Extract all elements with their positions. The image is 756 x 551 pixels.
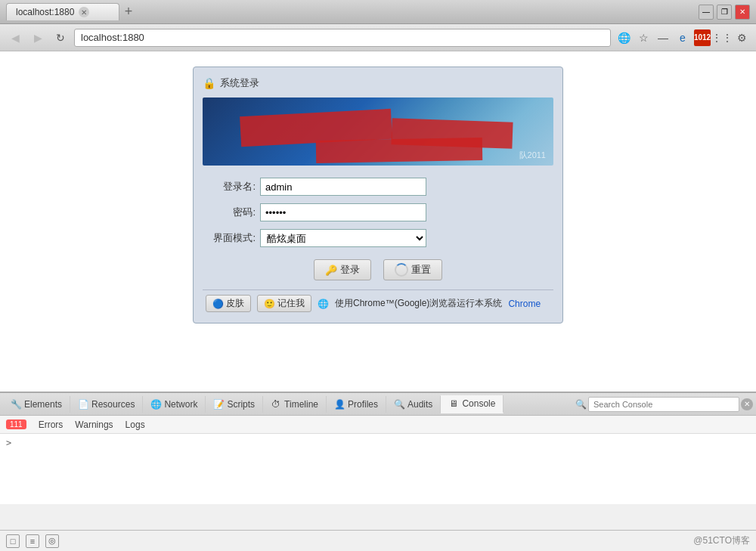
globe-icon[interactable]: 🌐 (615, 29, 632, 46)
tab-title: localhost:1880 (16, 7, 74, 17)
toolbar-icons: 🌐 ☆ — e 1012 ⋮⋮ ⚙ (615, 29, 750, 46)
subtab-logs[interactable]: Logs (119, 417, 151, 432)
timeline-icon: ⏱ (271, 399, 281, 410)
network-icon: 🌐 (150, 399, 161, 410)
window-controls: — ❐ ✕ (699, 5, 750, 20)
browser-tab[interactable]: localhost:1880 ✕ (6, 3, 119, 20)
devtools-panel: 🔧 Elements 📄 Resources 🌐 Network 📝 Scrip… (0, 392, 756, 521)
restore-button[interactable]: ❐ (717, 5, 732, 20)
chrome-description: 使用Chrome™(Google)浏览器运行本系统 (335, 297, 502, 310)
mode-label: 界面模式: (203, 231, 256, 245)
audits-icon: 🔍 (394, 399, 404, 410)
login-button[interactable]: 🔑 登录 (314, 259, 371, 280)
star-icon[interactable]: ☆ (635, 29, 652, 46)
username-row: 登录名: (203, 178, 553, 196)
lock-icon: 🔒 (203, 77, 215, 89)
ie-icon[interactable]: e (674, 29, 691, 46)
browser-titlebar: localhost:1880 ✕ + — ❐ ✕ (0, 0, 756, 24)
banner-redact-3 (316, 138, 482, 163)
url-display: localhost:1880 (81, 32, 144, 43)
skin-button[interactable]: 🔵 皮肤 (206, 295, 251, 312)
elements-icon: 🔧 (11, 399, 21, 410)
search-icon: 🔍 (575, 399, 587, 410)
bottom-row: 🔵 皮肤 🙂 记住我 🌐 使用Chrome™(Google)浏览器运行本系统 C… (203, 289, 553, 314)
console-prompt[interactable]: > (6, 438, 11, 448)
devtools-content: > (0, 434, 756, 504)
resources-icon: 📄 (78, 399, 88, 410)
tab-elements[interactable]: 🔧 Elements (3, 396, 70, 413)
tab-network[interactable]: 🌐 Network (143, 396, 206, 413)
forward-button[interactable]: ▶ (29, 29, 47, 47)
new-tab-button[interactable]: + (119, 3, 138, 21)
dialog-titlebar: 🔒 系统登录 (203, 76, 553, 90)
remember-button[interactable]: 🙂 记住我 (257, 295, 311, 312)
tab-resources[interactable]: 📄 Resources (70, 396, 143, 413)
console-icon: 🖥 (448, 398, 459, 409)
reset-button[interactable]: 重置 (383, 259, 442, 280)
close-button[interactable]: ✕ (735, 5, 750, 20)
browser-toolbar: ◀ ▶ ↻ localhost:1880 🌐 ☆ — e 1012 ⋮⋮ ⚙ (0, 24, 756, 51)
grid-icon[interactable]: ⋮⋮ (714, 29, 730, 46)
mode-row: 界面模式: 酷炫桌面 (203, 229, 553, 247)
password-row: 密码: (203, 203, 553, 221)
search-console-input[interactable] (588, 397, 739, 412)
devtools-tabs: 🔧 Elements 📄 Resources 🌐 Network 📝 Scrip… (0, 393, 756, 416)
tab-audits[interactable]: 🔍 Audits (386, 396, 441, 413)
login-dialog: 🔒 系统登录 队2011 登录名: 密码: 界面模式: 酷炫桌面 (193, 67, 563, 323)
dash-icon[interactable]: — (655, 29, 671, 46)
username-input[interactable] (260, 178, 426, 196)
mail-icon[interactable]: 1012 (694, 29, 711, 46)
tab-console[interactable]: 🖥 Console (441, 395, 503, 413)
chrome-link[interactable]: Chrome (508, 299, 541, 309)
refresh-button[interactable]: ↻ (51, 29, 70, 47)
subtab-errors[interactable]: Errors (33, 417, 70, 432)
username-label: 登录名: (203, 180, 256, 193)
search-console-area: 🔍 ✕ (575, 397, 753, 412)
tab-timeline[interactable]: ⏱ Timeline (263, 396, 327, 413)
profiles-icon: 👤 (334, 399, 345, 410)
remember-icon: 🙂 (264, 299, 275, 309)
tab-profiles[interactable]: 👤 Profiles (327, 396, 386, 413)
tab-scripts[interactable]: 📝 Scripts (206, 396, 263, 413)
tab-close-button[interactable]: ✕ (79, 7, 89, 17)
chrome-icon: 🌐 (318, 299, 329, 309)
skin-icon: 🔵 (212, 299, 224, 309)
password-label: 密码: (203, 206, 256, 219)
login-icon: 🔑 (325, 265, 337, 276)
dialog-title: 系统登录 (220, 76, 259, 90)
minimize-button[interactable]: — (699, 5, 714, 20)
back-button[interactable]: ◀ (6, 29, 24, 47)
devtools-subtabs: 111 Errors Warnings Logs (0, 416, 756, 434)
dialog-banner: 队2011 (203, 98, 553, 166)
error-badge: 111 (6, 419, 26, 429)
banner-year: 队2011 (519, 150, 546, 161)
spinner-icon (395, 263, 408, 277)
settings-icon[interactable]: ⚙ (733, 29, 750, 46)
password-input[interactable] (260, 203, 426, 221)
scripts-icon: 📝 (213, 399, 224, 410)
browser-content: 🔒 系统登录 队2011 登录名: 密码: 界面模式: 酷炫桌面 (0, 51, 756, 392)
subtab-warnings[interactable]: Warnings (69, 417, 119, 432)
mode-select[interactable]: 酷炫桌面 (260, 229, 426, 247)
search-clear-button[interactable]: ✕ (741, 398, 753, 410)
button-row: 🔑 登录 重置 (203, 259, 553, 280)
address-bar[interactable]: localhost:1880 (74, 29, 611, 47)
